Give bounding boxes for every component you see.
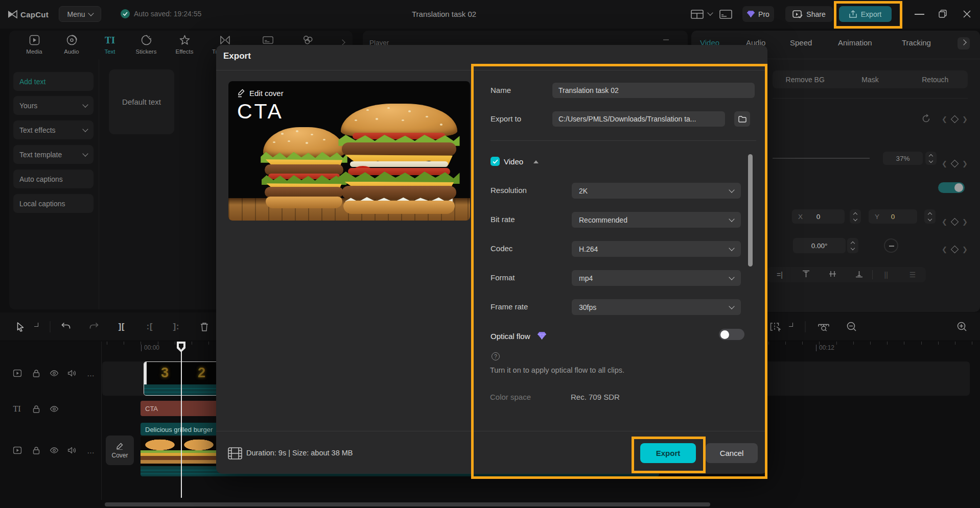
cursor-options-icon[interactable] [34, 323, 38, 327]
keyframe-diamond-icon[interactable] [951, 160, 959, 168]
export-summary: Duration: 9s | Size: about 38 MB [246, 449, 353, 457]
tab-animation[interactable]: Animation [838, 38, 872, 47]
split-icon[interactable]: ][ [119, 322, 125, 331]
rotation-dial[interactable] [884, 238, 898, 253]
pro-button[interactable]: Pro [742, 6, 774, 22]
cover-title-text: CTA [237, 100, 284, 124]
sidebar-item-text-template[interactable]: Text template [13, 145, 94, 164]
share-icon [792, 10, 803, 18]
remove-bg-button[interactable]: Remove BG [773, 70, 837, 88]
tab-tracking[interactable]: Tracking [902, 38, 931, 47]
position-x-field[interactable]: X0 [792, 209, 845, 224]
edit-cover-button[interactable]: Edit cover [238, 89, 284, 98]
lock-icon[interactable] [33, 405, 40, 413]
lock-icon[interactable] [33, 369, 40, 377]
tabs-scroll-icon[interactable] [339, 39, 345, 45]
timeline-scale-icon[interactable] [818, 322, 830, 331]
mute-icon[interactable] [68, 370, 77, 377]
tabs-more-button[interactable] [958, 37, 970, 50]
pro-gem-icon [747, 11, 755, 17]
auto-cut-cursor-icon[interactable] [770, 322, 781, 331]
tab-text[interactable]: TI Text [95, 35, 125, 55]
default-text-card[interactable]: Default text [109, 69, 174, 134]
pencil-icon [238, 89, 245, 98]
select-cursor-icon[interactable] [16, 322, 25, 331]
close-button[interactable] [963, 10, 971, 18]
ruler-label-end: 00:12 [816, 345, 834, 351]
scale-stepper[interactable] [925, 152, 937, 165]
dialog-title: Export [223, 51, 251, 61]
position-y-stepper[interactable] [924, 209, 936, 224]
film-icon [228, 447, 242, 459]
align-center-h-icon[interactable] [820, 270, 846, 280]
annotation-dialog-panel [471, 64, 767, 479]
keyframe-controls[interactable]: ❮❯ [942, 218, 968, 226]
mute-icon[interactable] [68, 447, 77, 454]
retouch-button[interactable]: Retouch [903, 70, 968, 88]
keyframe-diamond-icon[interactable] [951, 246, 959, 254]
mask-button[interactable]: Mask [837, 70, 902, 88]
divider [773, 98, 968, 99]
sidebar-item-text-effects[interactable]: Text effects [13, 120, 94, 139]
more-icon[interactable]: … [87, 369, 95, 378]
restore-button[interactable] [939, 10, 947, 18]
tab-media[interactable]: Media [19, 35, 49, 55]
layout-chevron-icon[interactable] [707, 10, 713, 15]
split-right-icon[interactable]: ]: [173, 322, 180, 331]
keyframe-diamond-icon[interactable] [951, 218, 959, 226]
sidebar-item-add-text[interactable]: Add text [13, 72, 94, 91]
sidebar-item-auto-captions[interactable]: Auto captions [13, 170, 94, 188]
position-x-stepper[interactable] [850, 209, 861, 224]
caption-panel-icon[interactable] [719, 10, 732, 19]
lock-icon[interactable] [33, 446, 40, 454]
keyframe-controls[interactable]: ❮❯ [942, 160, 968, 167]
align-toolbar: =| || ☰ [766, 267, 926, 282]
sidebar-item-local-captions[interactable]: Local captions [13, 194, 94, 213]
zoom-in-icon[interactable] [957, 322, 967, 332]
tab-effects[interactable]: Effects [170, 35, 199, 55]
menu-button[interactable]: Menu [59, 6, 101, 22]
autosave-status: Auto saved: 19:24:55 [134, 10, 201, 18]
tab-audio[interactable]: Audio [57, 35, 86, 55]
sidebar-item-yours[interactable]: Yours [13, 96, 94, 115]
align-top-icon[interactable] [793, 270, 820, 280]
distribute-v-icon[interactable]: ☰ [899, 271, 926, 279]
rotation-stepper[interactable] [847, 238, 858, 253]
eye-icon[interactable] [50, 406, 59, 412]
capcut-window: CapCut Menu Auto saved: 19:24:55 Transla… [0, 0, 980, 508]
track-type-video-icon [13, 447, 22, 454]
playhead[interactable] [181, 342, 182, 498]
minimize-button[interactable] [915, 14, 924, 15]
eye-icon[interactable] [50, 447, 59, 453]
scale-value[interactable]: 37% [883, 152, 923, 165]
keyframe-diamond-icon[interactable] [951, 115, 959, 124]
more-icon[interactable]: … [87, 446, 95, 455]
cover-button[interactable]: Cover [106, 436, 134, 465]
redo-icon[interactable] [89, 322, 99, 331]
eye-icon[interactable] [50, 370, 59, 376]
layout-panels-icon[interactable] [691, 10, 704, 19]
position-y-field[interactable]: Y0 [869, 209, 917, 224]
tab-stickers[interactable]: Stickers [131, 35, 161, 55]
player-options-icon[interactable] [663, 39, 669, 40]
rotation-field[interactable]: 0.00° [793, 238, 846, 253]
timeline-hscrollbar[interactable] [105, 502, 710, 506]
uniform-scale-toggle[interactable] [938, 182, 965, 193]
distribute-h-icon[interactable]: || [873, 271, 899, 279]
zoom-out-icon[interactable] [847, 322, 857, 332]
tab-assets[interactable] [293, 35, 322, 45]
tab-captions[interactable] [253, 35, 283, 45]
share-button[interactable]: Share [785, 6, 833, 22]
reset-icon[interactable] [921, 114, 931, 124]
align-bottom-icon[interactable] [846, 270, 872, 280]
align-left-icon[interactable]: =| [766, 271, 793, 279]
cut-options-icon[interactable] [789, 323, 793, 327]
delete-icon[interactable] [200, 322, 208, 331]
keyframe-controls[interactable]: ❮❯ [942, 246, 968, 253]
split-left-icon[interactable]: :[ [147, 322, 153, 331]
tab-speed[interactable]: Speed [790, 38, 812, 47]
undo-icon[interactable] [61, 322, 71, 331]
keyframe-controls[interactable]: ❮❯ [942, 115, 968, 123]
divider [50, 321, 51, 332]
scale-slider[interactable] [773, 158, 870, 159]
